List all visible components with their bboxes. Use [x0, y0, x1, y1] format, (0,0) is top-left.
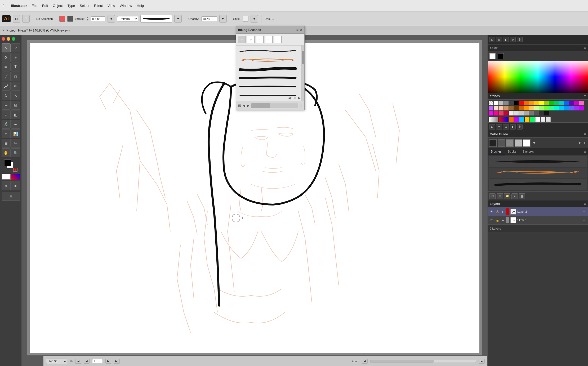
sc-g8[interactable]	[544, 111, 549, 115]
sc-r6[interactable]	[544, 101, 549, 105]
layer2-target[interactable]: ○	[582, 209, 586, 214]
sg-special8[interactable]	[546, 117, 551, 122]
layers-panel-menu[interactable]: ≡	[584, 202, 586, 206]
brush-list-item-4[interactable]	[239, 74, 302, 82]
brush-preview[interactable]	[140, 15, 172, 23]
color-panel-menu[interactable]: ≡	[584, 46, 586, 50]
opacity-value[interactable]	[201, 16, 217, 21]
cg-swatch-5[interactable]	[523, 139, 531, 147]
cg-swatch-3[interactable]	[506, 139, 514, 147]
tool-scale[interactable]: ⤡	[11, 91, 20, 100]
sc-r12[interactable]	[574, 101, 579, 105]
sg-special3[interactable]	[519, 117, 524, 122]
tool-blend[interactable]: ∞	[11, 120, 20, 129]
sc-b3[interactable]	[544, 106, 549, 110]
sc-w2[interactable]	[499, 106, 504, 110]
tab-stroke[interactable]: Stroke	[505, 148, 519, 155]
tool-free-transform[interactable]: ⊡	[11, 101, 20, 110]
tool-eyedropper[interactable]: 🔬	[2, 120, 11, 129]
rp-tool1[interactable]: ⊡	[489, 37, 495, 42]
brush-dropdown-btn[interactable]: ▼	[174, 15, 182, 23]
sc-g5[interactable]	[529, 111, 534, 115]
sc-b5[interactable]	[554, 106, 559, 110]
tab-symbols[interactable]: Symbols	[519, 148, 537, 155]
traffic-fullscreen[interactable]	[12, 37, 15, 41]
fill-white[interactable]	[2, 174, 11, 180]
inking-close-btn[interactable]: ×	[300, 103, 302, 108]
brush-dot-5[interactable]: ·	[274, 36, 282, 43]
brush-dot-4[interactable]: ·	[265, 36, 273, 43]
sg-special2[interactable]	[514, 117, 519, 122]
brush-list-item-5[interactable]	[239, 82, 302, 90]
sg-special5[interactable]	[530, 117, 535, 122]
sketch-vis[interactable]: 👁	[489, 218, 494, 222]
nav-last-btn[interactable]: ▶|	[114, 359, 120, 364]
inking-nav-left[interactable]: ◀	[243, 104, 245, 108]
stroke-unit-btn[interactable]: ▼	[108, 15, 115, 23]
sc-g1[interactable]	[509, 111, 514, 115]
sc-r10[interactable]	[564, 101, 569, 105]
tool-extra2[interactable]: ◉	[11, 181, 20, 190]
tool-paintbrush[interactable]: 🖌	[2, 82, 11, 91]
tool-rotate[interactable]: ↻	[2, 91, 11, 100]
inking-scroll-track[interactable]	[251, 103, 298, 108]
brush-dot-1[interactable]: ●	[238, 36, 246, 43]
sc-w8[interactable]	[529, 106, 534, 110]
sc-b2[interactable]	[539, 106, 544, 110]
zoom-select[interactable]: 146.96	[46, 359, 67, 364]
sg-grad2[interactable]	[499, 117, 508, 122]
swatch-white[interactable]	[494, 101, 498, 105]
menu-type[interactable]: Type	[68, 4, 75, 8]
menu-illustrator[interactable]: Illustrator	[11, 4, 27, 8]
color-picker-area[interactable]: ↕	[4, 159, 17, 172]
color-spectrum[interactable]	[488, 61, 588, 93]
brush-item-1[interactable]	[489, 156, 587, 167]
lt-btn-3[interactable]: 📁	[504, 193, 510, 199]
menu-object[interactable]: Object	[53, 4, 63, 8]
brush-list-item-2[interactable]	[239, 56, 302, 64]
sc-b7[interactable]	[564, 106, 569, 110]
sg-special1[interactable]	[509, 117, 514, 122]
sc-r4[interactable]	[534, 101, 539, 105]
sc-w6[interactable]	[519, 106, 524, 110]
sc-b8[interactable]	[569, 106, 574, 110]
swatch-gray[interactable]	[504, 101, 509, 105]
tool-extra1[interactable]: ⊘	[2, 181, 11, 190]
tool-lasso[interactable]: ⌖	[11, 53, 20, 62]
brush-dot-3[interactable]: ·	[256, 36, 264, 43]
sc-b9[interactable]	[574, 106, 579, 110]
zoom-scroll-right[interactable]: ▶	[479, 359, 485, 364]
color-guide-menu[interactable]: ≡	[584, 132, 586, 136]
next-page-btn[interactable]: ▶	[298, 96, 301, 100]
tool-type[interactable]: T	[11, 63, 20, 72]
fill-gradient[interactable]	[11, 174, 20, 180]
traffic-minimize[interactable]	[7, 37, 10, 41]
stroke-color-swatch[interactable]	[59, 16, 65, 22]
zoom-scroll-left[interactable]: ◀	[362, 359, 368, 364]
bt-tool5[interactable]: 🗑	[517, 124, 523, 130]
cg-swatch-2[interactable]	[498, 139, 505, 147]
bt-tool4[interactable]: ◧	[510, 124, 516, 130]
tool-zoom[interactable]: 🔍	[11, 148, 20, 157]
sc-b11[interactable]	[489, 111, 493, 115]
bt-tool2[interactable]: ✏	[496, 124, 502, 130]
tool-rectangle[interactable]: □	[11, 72, 20, 81]
sc-g3[interactable]	[519, 111, 524, 115]
style-dropdown-btn[interactable]: ▼	[251, 15, 258, 23]
tool-artboard[interactable]: ⊟	[2, 139, 11, 148]
sc-b6[interactable]	[559, 106, 564, 110]
sc-r2[interactable]	[524, 101, 529, 105]
bt-tool1[interactable]: ⊡	[489, 124, 495, 130]
inking-brushes-menu[interactable]: ≡	[296, 28, 299, 32]
tab-brushes[interactable]: Brushes	[488, 148, 505, 155]
sc-w1[interactable]	[494, 106, 498, 110]
rp-tool3[interactable]: ◧	[503, 37, 509, 42]
lt-btn-5[interactable]: 🗑	[519, 193, 525, 199]
zoom-scroll-bar[interactable]	[370, 360, 476, 363]
sg-special4[interactable]	[525, 117, 529, 122]
style-swatch[interactable]	[243, 16, 248, 22]
brush-item-3[interactable]	[489, 179, 587, 190]
sc-g2[interactable]	[514, 111, 519, 115]
sc-w3[interactable]	[504, 106, 509, 110]
sc-b12[interactable]	[494, 111, 498, 115]
